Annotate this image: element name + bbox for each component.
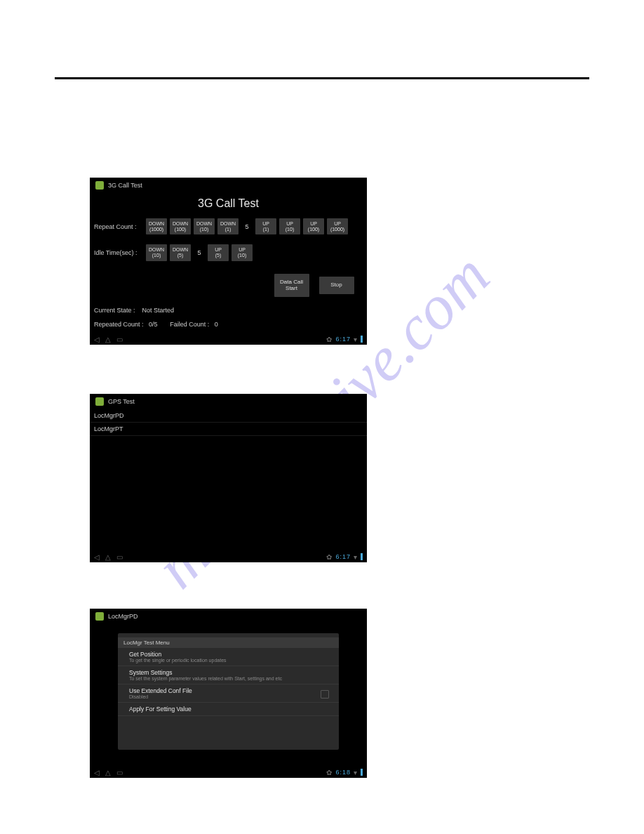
repcount-value: 0/5 bbox=[149, 321, 158, 328]
recent-icon[interactable]: ▭ bbox=[116, 769, 123, 776]
app-icon bbox=[95, 181, 104, 190]
screen-title: 3G Call Test bbox=[90, 197, 367, 210]
repeat-count-row: Repeat Count : DOWN(1000) DOWN(100) DOWN… bbox=[90, 217, 367, 236]
signal-icon: ▾ bbox=[354, 336, 358, 343]
app-icon bbox=[95, 397, 104, 406]
settings-panel: LocMgr Test Menu Get Position To get the… bbox=[118, 633, 339, 750]
back-icon[interactable]: ◁ bbox=[94, 336, 100, 343]
signal-icon: ▾ bbox=[354, 553, 358, 561]
title-bar: LocMgrPD bbox=[90, 609, 367, 624]
app-icon bbox=[95, 612, 104, 621]
clock-text: 6:18 bbox=[335, 769, 351, 776]
idle-label: Idle Time(sec) : bbox=[94, 249, 143, 256]
home-icon[interactable]: △ bbox=[105, 769, 111, 776]
menu-item-extended-conf[interactable]: Use Extended Conf File Disabled bbox=[118, 684, 339, 703]
idle-down-10-button[interactable]: DOWN(10) bbox=[146, 244, 167, 260]
item-subtitle: Disabled bbox=[129, 694, 328, 699]
app-title: GPS Test bbox=[108, 398, 135, 405]
idle-up-10-button[interactable]: UP(10) bbox=[232, 244, 253, 260]
failcount-value: 0 bbox=[215, 321, 218, 328]
checkbox-icon[interactable] bbox=[321, 690, 329, 699]
title-bar: GPS Test bbox=[90, 394, 367, 409]
android-navbar: ◁ △ ▭ ✿ 6:17 ▾ bbox=[90, 551, 367, 562]
home-icon[interactable]: △ bbox=[105, 553, 111, 561]
app-title: LocMgrPD bbox=[108, 613, 138, 620]
item-subtitle: To set the system parameter values relat… bbox=[129, 676, 328, 681]
idle-down-5-button[interactable]: DOWN(5) bbox=[170, 244, 191, 260]
list-item-locmgrpd[interactable]: LocMgrPD bbox=[90, 409, 367, 423]
current-state-line: Current State : Not Started bbox=[90, 305, 367, 315]
app-title: 3G Call Test bbox=[108, 182, 142, 189]
counts-line: Repeated Count : 0/5 Failed Count : 0 bbox=[90, 319, 367, 329]
down-10-button[interactable]: DOWN(10) bbox=[194, 218, 215, 234]
android-navbar: ◁ △ ▭ ✿ 6:17 ▾ bbox=[90, 333, 367, 345]
home-icon[interactable]: △ bbox=[105, 336, 111, 343]
tablet-screenshot-gps-test: GPS Test LocMgrPD LocMgrPT ◁ △ ▭ ✿ 6:17 … bbox=[90, 394, 367, 562]
repeat-label: Repeat Count : bbox=[94, 223, 143, 230]
android-navbar: ◁ △ ▭ ✿ 6:18 ▾ bbox=[90, 767, 367, 778]
up-1000-button[interactable]: UP(1000) bbox=[327, 218, 348, 234]
recent-icon[interactable]: ▭ bbox=[116, 553, 123, 561]
idle-value: 5 bbox=[194, 249, 205, 256]
menu-item-get-position[interactable]: Get Position To get the single or period… bbox=[118, 648, 339, 666]
battery-icon bbox=[361, 769, 363, 776]
up-10-button[interactable]: UP(10) bbox=[279, 218, 300, 234]
battery-icon bbox=[361, 553, 363, 560]
status-icon: ✿ bbox=[326, 553, 333, 561]
item-title: Get Position bbox=[129, 651, 328, 658]
up-1-button[interactable]: UP(1) bbox=[255, 218, 276, 234]
recent-icon[interactable]: ▭ bbox=[116, 336, 123, 343]
title-bar: 3G Call Test bbox=[90, 178, 367, 193]
idle-up-5-button[interactable]: UP(5) bbox=[208, 244, 229, 260]
menu-item-system-settings[interactable]: System Settings To set the system parame… bbox=[118, 666, 339, 684]
menu-item-apply-setting[interactable]: Apply For Setting Value bbox=[118, 703, 339, 716]
data-call-start-button[interactable]: Data CallStart bbox=[274, 274, 309, 298]
clock-text: 6:17 bbox=[335, 553, 351, 560]
clock-text: 6:17 bbox=[335, 336, 351, 343]
failcount-label: Failed Count : bbox=[170, 321, 209, 328]
item-subtitle: To get the single or periodic location u… bbox=[129, 658, 328, 663]
up-100-button[interactable]: UP(100) bbox=[303, 218, 324, 234]
down-1000-button[interactable]: DOWN(1000) bbox=[146, 218, 167, 234]
document-page: manualshive.com 3G Call Test 3G Call Tes… bbox=[0, 0, 644, 834]
tablet-screenshot-3g-call-test: 3G Call Test 3G Call Test Repeat Count :… bbox=[90, 178, 367, 345]
item-title: System Settings bbox=[129, 669, 328, 676]
status-icon: ✿ bbox=[326, 769, 333, 776]
stop-button[interactable]: Stop bbox=[319, 277, 354, 294]
repcount-label: Repeated Count : bbox=[94, 321, 144, 328]
down-1-button[interactable]: DOWN(1) bbox=[217, 218, 239, 234]
state-value: Not Started bbox=[142, 307, 175, 314]
repeat-value: 5 bbox=[241, 223, 253, 230]
idle-time-row: Idle Time(sec) : DOWN(10) DOWN(5) 5 UP(5… bbox=[90, 243, 367, 262]
signal-icon: ▾ bbox=[354, 769, 358, 776]
panel-header: LocMgr Test Menu bbox=[118, 637, 339, 648]
item-title: Apply For Setting Value bbox=[129, 706, 328, 713]
item-title: Use Extended Conf File bbox=[129, 687, 328, 694]
state-label: Current State : bbox=[94, 307, 135, 314]
battery-icon bbox=[361, 336, 363, 343]
down-100-button[interactable]: DOWN(100) bbox=[170, 218, 191, 234]
tablet-screenshot-locmgrpd: LocMgrPD LocMgr Test Menu Get Position T… bbox=[90, 609, 367, 778]
action-row: Data CallStart Stop bbox=[90, 272, 367, 299]
list-item-locmgrpt[interactable]: LocMgrPT bbox=[90, 423, 367, 436]
status-icon: ✿ bbox=[326, 336, 333, 343]
back-icon[interactable]: ◁ bbox=[94, 769, 100, 776]
horizontal-rule bbox=[55, 77, 589, 79]
back-icon[interactable]: ◁ bbox=[94, 553, 100, 561]
